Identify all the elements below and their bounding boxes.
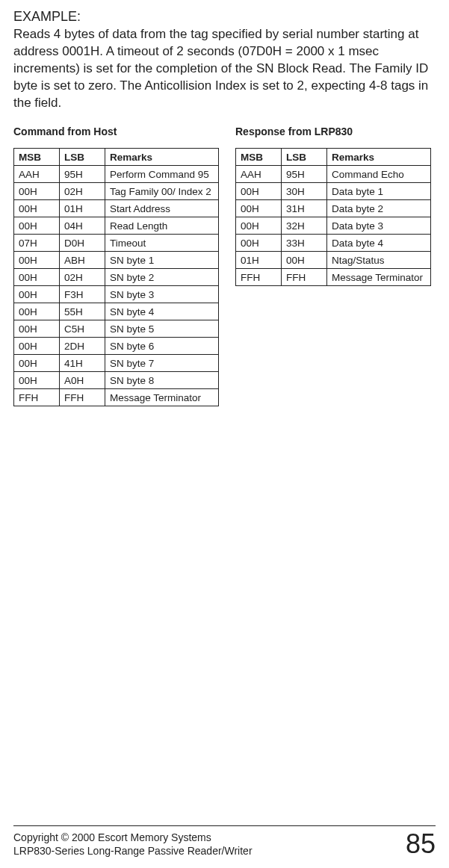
table-row: FFHFFHMessage Terminator bbox=[14, 388, 219, 406]
table-row: AAH95HPerform Command 95 bbox=[14, 165, 219, 182]
cell-lsb: 02H bbox=[60, 182, 105, 199]
table-row: FFHFFHMessage Terminator bbox=[236, 268, 431, 285]
cell-msb: AAH bbox=[236, 165, 282, 182]
command-from-host-table: MSB LSB Remarks AAH95HPerform Command 95… bbox=[13, 148, 219, 406]
cell-remarks: SN byte 7 bbox=[105, 354, 219, 371]
cell-lsb: 2DH bbox=[60, 337, 105, 354]
cell-lsb: F3H bbox=[60, 285, 105, 303]
page-number: 85 bbox=[406, 831, 436, 858]
footer-copyright: Copyright © 2000 Escort Memory Systems bbox=[13, 831, 253, 844]
cell-lsb: ABH bbox=[60, 251, 105, 268]
cell-msb: FFH bbox=[236, 268, 282, 285]
cell-lsb: FFH bbox=[282, 268, 327, 285]
cell-lsb: FFH bbox=[60, 388, 105, 406]
header-msb: MSB bbox=[236, 148, 282, 165]
cell-remarks: SN byte 4 bbox=[105, 303, 219, 320]
cell-msb: 00H bbox=[14, 354, 60, 371]
cell-remarks: Message Terminator bbox=[105, 388, 219, 406]
command-table-body: AAH95HPerform Command 9500H02HTag Family… bbox=[14, 165, 219, 406]
cell-lsb: 31H bbox=[282, 199, 327, 217]
cell-lsb: C5H bbox=[60, 320, 105, 337]
cell-msb: 00H bbox=[236, 234, 282, 251]
footer-product: LRP830-Series Long-Range Passive Reader/… bbox=[13, 844, 253, 858]
cell-remarks: Ntag/Status bbox=[327, 251, 431, 268]
cell-remarks: Start Address bbox=[105, 199, 219, 217]
cell-msb: 00H bbox=[14, 251, 60, 268]
cell-remarks: Data byte 4 bbox=[327, 234, 431, 251]
cell-lsb: 00H bbox=[282, 251, 327, 268]
cell-msb: 00H bbox=[14, 182, 60, 199]
table-row: 00HC5HSN byte 5 bbox=[14, 320, 219, 337]
cell-msb: FFH bbox=[14, 388, 60, 406]
table-row: 01H00HNtag/Status bbox=[236, 251, 431, 268]
cell-remarks: SN byte 5 bbox=[105, 320, 219, 337]
cell-lsb: 55H bbox=[60, 303, 105, 320]
cell-lsb: 41H bbox=[60, 354, 105, 371]
table-row: 00H32HData byte 3 bbox=[236, 217, 431, 234]
command-from-host-heading: Command from Host bbox=[13, 125, 219, 137]
cell-remarks: SN byte 1 bbox=[105, 251, 219, 268]
cell-remarks: Timeout bbox=[105, 234, 219, 251]
cell-lsb: 32H bbox=[282, 217, 327, 234]
cell-msb: 00H bbox=[14, 371, 60, 388]
example-body-text: Reads 4 bytes of data from the tag speci… bbox=[13, 26, 436, 112]
cell-lsb: 95H bbox=[282, 165, 327, 182]
response-from-lrp830-col: Response from LRP830 MSB LSB Remarks AAH… bbox=[235, 125, 431, 286]
cell-msb: 00H bbox=[14, 285, 60, 303]
cell-msb: 07H bbox=[14, 234, 60, 251]
table-row: 00HF3HSN byte 3 bbox=[14, 285, 219, 303]
cell-remarks: SN byte 8 bbox=[105, 371, 219, 388]
cell-msb: 00H bbox=[236, 217, 282, 234]
footer-text: Copyright © 2000 Escort Memory Systems L… bbox=[13, 831, 253, 858]
cell-lsb: 95H bbox=[60, 165, 105, 182]
cell-msb: 00H bbox=[14, 320, 60, 337]
cell-remarks: Message Terminator bbox=[327, 268, 431, 285]
table-row: 00HA0HSN byte 8 bbox=[14, 371, 219, 388]
cell-lsb: D0H bbox=[60, 234, 105, 251]
cell-remarks: Data byte 1 bbox=[327, 182, 431, 199]
response-from-lrp830-table: MSB LSB Remarks AAH95HCommand Echo00H30H… bbox=[235, 148, 431, 286]
table-row: 07HD0HTimeout bbox=[14, 234, 219, 251]
cell-msb: 00H bbox=[14, 268, 60, 285]
cell-remarks: Perform Command 95 bbox=[105, 165, 219, 182]
cell-remarks: Command Echo bbox=[327, 165, 431, 182]
table-row: 00H33HData byte 4 bbox=[236, 234, 431, 251]
cell-msb: 00H bbox=[14, 217, 60, 234]
page: EXAMPLE: Reads 4 bytes of data from the … bbox=[0, 0, 449, 868]
cell-msb: 00H bbox=[236, 199, 282, 217]
table-row: 00H31HData byte 2 bbox=[236, 199, 431, 217]
cell-remarks: Data byte 2 bbox=[327, 199, 431, 217]
response-from-lrp830-heading: Response from LRP830 bbox=[235, 125, 431, 137]
example-heading: EXAMPLE: bbox=[13, 9, 436, 25]
cell-lsb: 30H bbox=[282, 182, 327, 199]
table-header-row: MSB LSB Remarks bbox=[236, 148, 431, 165]
table-header-row: MSB LSB Remarks bbox=[14, 148, 219, 165]
cell-msb: 00H bbox=[14, 337, 60, 354]
cell-remarks: SN byte 3 bbox=[105, 285, 219, 303]
cell-msb: 01H bbox=[236, 251, 282, 268]
cell-lsb: 02H bbox=[60, 268, 105, 285]
response-table-body: AAH95HCommand Echo00H30HData byte 100H31… bbox=[236, 165, 431, 285]
header-msb: MSB bbox=[14, 148, 60, 165]
columns: Command from Host MSB LSB Remarks AAH95H… bbox=[13, 125, 436, 406]
table-row: 00HABHSN byte 1 bbox=[14, 251, 219, 268]
cell-msb: 00H bbox=[236, 182, 282, 199]
cell-msb: 00H bbox=[14, 199, 60, 217]
header-remarks: Remarks bbox=[327, 148, 431, 165]
page-footer: Copyright © 2000 Escort Memory Systems L… bbox=[13, 825, 436, 858]
cell-lsb: 01H bbox=[60, 199, 105, 217]
cell-remarks: SN byte 6 bbox=[105, 337, 219, 354]
cell-msb: 00H bbox=[14, 303, 60, 320]
table-row: 00H04HRead Length bbox=[14, 217, 219, 234]
table-row: AAH95HCommand Echo bbox=[236, 165, 431, 182]
header-remarks: Remarks bbox=[105, 148, 219, 165]
table-row: 00H30HData byte 1 bbox=[236, 182, 431, 199]
cell-lsb: 04H bbox=[60, 217, 105, 234]
table-row: 00H02HSN byte 2 bbox=[14, 268, 219, 285]
table-row: 00H02HTag Family 00/ Index 2 bbox=[14, 182, 219, 199]
cell-remarks: Tag Family 00/ Index 2 bbox=[105, 182, 219, 199]
header-lsb: LSB bbox=[60, 148, 105, 165]
cell-msb: AAH bbox=[14, 165, 60, 182]
command-from-host-col: Command from Host MSB LSB Remarks AAH95H… bbox=[13, 125, 219, 406]
cell-remarks: Read Length bbox=[105, 217, 219, 234]
